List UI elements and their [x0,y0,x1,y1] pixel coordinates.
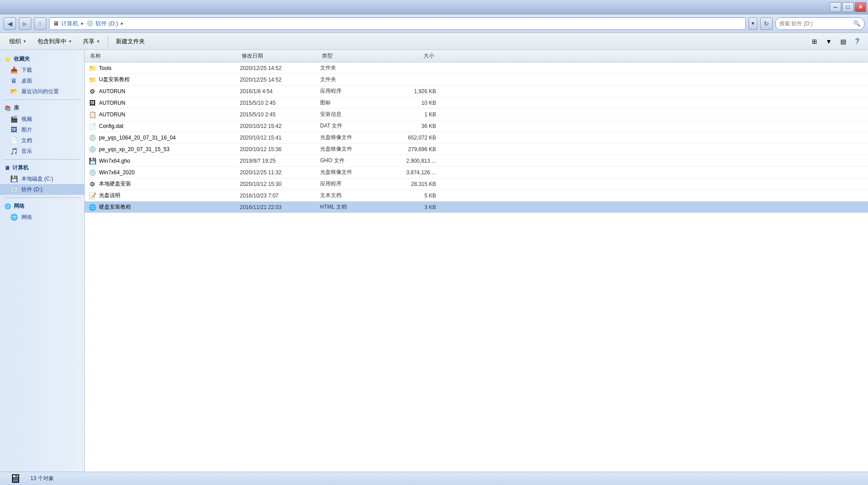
sidebar-item-network[interactable]: 🌐 网络 [0,212,84,222]
file-date-cell: 2020/10/12 15:42 [240,123,320,129]
col-header-name[interactable]: 名称 [88,52,240,60]
file-date-cell: 2020/12/25 14:52 [240,77,320,83]
file-type-cell: 应用程序 [320,87,383,95]
computer-header: 🖥 计算机 [0,162,84,173]
archive-button[interactable]: 包含到库中 ▼ [33,35,77,48]
col-header-modified[interactable]: 修改日期 [240,52,320,60]
file-list: 📁 Tools 2020/12/25 14:52 文件夹 📁 U盘安装教程 20… [85,62,868,213]
table-row[interactable]: ⚙ 本地硬盘安装 2020/10/12 15:30 应用程序 28,315 KB [85,178,868,190]
back-button[interactable]: ◀ [4,17,16,30]
table-row[interactable]: 📄 Config.dat 2020/10/12 15:42 DAT 文件 36 … [85,120,868,132]
table-row[interactable]: ⚙ AUTORUN 2016/1/8 4:54 应用程序 1,926 KB [85,86,868,97]
sidebar-divider-2 [4,159,81,160]
library-header: 📚 库 [0,103,84,114]
toolbar: 组织 ▼ 包含到库中 ▼ 共享 ▼ 新建文件夹 ⊞ ▼ ▤ ? [0,33,868,50]
table-row[interactable]: 📁 U盘安装教程 2020/12/25 14:52 文件夹 [85,74,868,86]
drive-icon: 💿 [86,20,94,27]
recent-icon: 📂 [10,87,18,95]
table-row[interactable]: 💿 Win7x64_2020 2020/12/25 11:32 光盘映像文件 3… [85,167,868,178]
file-type-cell: 光盘映像文件 [320,169,383,176]
file-icon: 🌐 [88,203,96,211]
table-row[interactable]: 📝 光盘说明 2016/10/23 7:07 文本文档 5 KB [85,190,868,201]
network-icon: 🌐 [4,203,11,210]
sidebar-section-favorites: ⭐ 收藏夹 📥 下载 🖥 桌面 📂 最近访问的位置 [0,53,84,97]
file-size-cell: 36 KB [383,123,436,129]
file-type-cell: 文件夹 [320,64,383,72]
help-button[interactable]: ? [851,36,864,47]
file-icon: 💿 [88,134,96,142]
table-row[interactable]: 📋 AUTORUN 2015/5/10 2:45 安装信息 1 KB [85,109,868,120]
toolbar-separator [108,36,108,47]
up-button[interactable]: ↑ [34,17,46,30]
address-dropdown-button[interactable]: ▼ [749,17,757,30]
file-size-cell: 10 KB [383,100,436,106]
sidebar-item-desktop[interactable]: 🖥 桌面 [0,75,84,86]
file-type-cell: 安装信息 [320,111,383,118]
file-size-cell: 1,926 KB [383,88,436,95]
sidebar-item-video[interactable]: 🎬 视频 [0,114,84,124]
table-row[interactable]: 🖼 AUTORUN 2015/5/10 2:45 图标 10 KB [85,97,868,109]
file-name-label: pe_yqs_1064_20_07_31_16_04 [99,135,176,141]
file-icon: 📝 [88,192,96,200]
sidebar-item-pictures[interactable]: 🖼 图片 [0,124,84,135]
table-row[interactable]: 📁 Tools 2020/12/25 14:52 文件夹 [85,62,868,74]
sidebar-item-recent[interactable]: 📂 最近访问的位置 [0,86,84,97]
organize-button[interactable]: 组织 ▼ [4,35,32,48]
file-size-cell: 1 KB [383,111,436,118]
main-layout: ⭐ 收藏夹 📥 下载 🖥 桌面 📂 最近访问的位置 📚 库 [0,50,868,472]
breadcrumb-drive[interactable]: 软件 (D:) [95,20,118,28]
file-date-cell: 2016/10/23 7:07 [240,193,320,199]
table-row[interactable]: 💿 pe_yqs_xp_20_07_31_15_53 2020/10/12 15… [85,144,868,155]
col-header-type[interactable]: 类型 [320,52,383,60]
file-list-area: 名称 修改日期 类型 大小 📁 Tools 2020/12/25 14:52 文… [85,50,868,472]
file-name-cell: ⚙ AUTORUN [88,87,240,95]
file-name-cell: 💿 pe_yqs_xp_20_07_31_15_53 [88,145,240,153]
refresh-button[interactable]: ↻ [760,17,773,30]
file-type-cell: HTML 文档 [320,203,383,211]
table-row[interactable]: 💿 pe_yqs_1064_20_07_31_16_04 2020/10/12 … [85,132,868,144]
search-input[interactable] [779,21,852,27]
sidebar-divider-1 [4,99,81,100]
file-icon: 💾 [88,157,96,165]
documents-icon: 📄 [10,136,18,144]
file-name-label: Tools [99,65,111,71]
file-type-cell: 图标 [320,99,383,107]
close-button[interactable]: ✕ [855,2,866,12]
new-folder-button[interactable]: 新建文件夹 [111,35,150,48]
table-row[interactable]: 🌐 硬盘安装教程 2016/11/21 22:03 HTML 文档 3 KB [85,201,868,213]
maximize-button[interactable]: □ [842,2,854,12]
file-type-cell: GHO 文件 [320,157,383,164]
file-name-label: AUTORUN [99,88,125,95]
sidebar-item-drive-c[interactable]: 💾 本地磁盘 (C:) [0,173,84,184]
share-arrow-icon: ▼ [96,39,100,44]
search-bar: 🔍 [775,17,864,30]
status-bar: 🖥 13 个对象 [0,472,868,485]
sidebar-item-drive-d[interactable]: 💿 软件 (D:) [0,184,84,195]
file-date-cell: 2016/1/8 4:54 [240,88,320,95]
file-name-cell: 💿 pe_yqs_1064_20_07_31_16_04 [88,134,240,142]
breadcrumb-bar: 🖥 计算机 ► 💿 软件 (D:) ► [49,17,746,30]
file-size-cell: 2,900,813 ... [383,158,436,164]
view-options-button[interactable]: ⊞ [808,36,821,47]
file-date-cell: 2016/11/21 22:03 [240,204,320,210]
table-row[interactable]: 💾 Win7x64.gho 2019/9/7 19:25 GHO 文件 2,90… [85,155,868,167]
minimize-button[interactable]: ─ [830,2,841,12]
file-type-cell: 光盘映像文件 [320,145,383,153]
file-date-cell: 2020/12/25 14:52 [240,65,320,71]
preview-button[interactable]: ▤ [837,36,849,47]
file-name-cell: 📁 Tools [88,64,240,72]
sidebar-divider-3 [4,197,81,198]
view-dropdown-button[interactable]: ▼ [823,36,835,47]
file-name-cell: 🌐 硬盘安装教程 [88,203,240,211]
preview-icon: ▤ [840,38,846,45]
sidebar-item-download[interactable]: 📥 下载 [0,65,84,75]
share-button[interactable]: 共享 ▼ [78,35,105,48]
breadcrumb-computer[interactable]: 计算机 [61,20,78,28]
sidebar-section-library: 📚 库 🎬 视频 🖼 图片 📄 文档 🎵 音乐 [0,103,84,156]
sidebar-item-documents[interactable]: 📄 文档 [0,135,84,146]
search-icon[interactable]: 🔍 [853,20,860,27]
file-icon: ⚙ [88,180,96,188]
forward-button[interactable]: ▶ [19,17,31,30]
sidebar-item-music[interactable]: 🎵 音乐 [0,146,84,156]
col-header-size[interactable]: 大小 [383,52,436,60]
